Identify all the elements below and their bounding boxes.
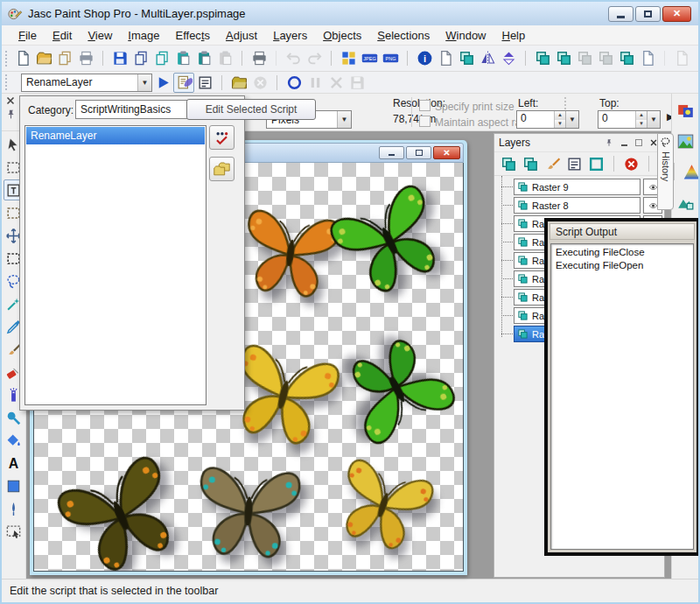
new-vector-layer[interactable] [553,48,574,68]
menu-item[interactable]: Adjust [218,26,265,45]
menu-item[interactable]: Image [120,26,167,45]
browse-images[interactable] [54,48,75,68]
overview-palette[interactable] [674,130,696,152]
flip-image[interactable] [498,48,519,68]
history-tab[interactable]: History [657,133,674,210]
left-spinner[interactable]: 0 ▲▼ ▼ [516,110,579,129]
script-list-item[interactable]: RenameLayer [26,127,205,144]
new-raster-layer[interactable] [532,48,553,68]
pin-icon[interactable] [603,137,615,149]
layer-row[interactable]: Raster 8 [514,197,662,214]
script-output-log[interactable]: Executing FileClose Executing FileOpen [550,243,694,550]
menu-item[interactable]: Effects [167,26,218,45]
undo[interactable] [283,48,304,68]
flood-fill-tool[interactable] [4,430,24,451]
pen-tool[interactable] [4,498,24,519]
pin-icon[interactable] [5,109,17,120]
chevron-down-icon[interactable]: ▼ [647,111,660,128]
resize[interactable] [338,48,359,68]
materials-palette[interactable] [674,99,696,122]
mirror-image[interactable] [477,48,498,68]
layer-tool-4[interactable] [595,48,616,68]
image-information[interactable] [414,48,435,68]
layers-palette-titlebar[interactable]: Layers [494,134,664,152]
specify-print-size-checkbox[interactable] [419,100,430,111]
duplicate-layer[interactable] [456,48,477,68]
color-swatch-palette[interactable] [681,160,700,183]
script-output-titlebar[interactable]: Script Output [550,223,695,240]
menu-item[interactable]: Edit [45,26,80,45]
layer-tool-3[interactable] [574,48,595,68]
paste-as-new-layer[interactable] [193,48,214,68]
new-mask-layer[interactable] [564,153,585,174]
cancel-script-recording[interactable] [326,73,346,93]
menu-item[interactable]: Objects [315,26,369,45]
delete-layer[interactable] [620,153,642,174]
script-selector[interactable]: RenameLayer ▼ [21,74,152,92]
png-export[interactable] [380,48,401,68]
menu-item[interactable]: View [80,26,120,45]
menu-item[interactable]: File [10,26,45,45]
minimize-icon[interactable] [618,137,630,149]
describe-script[interactable] [194,73,215,93]
menu-item[interactable]: Window [438,26,494,45]
text-tool[interactable] [4,453,24,474]
image-close-button[interactable]: ✕ [433,146,460,159]
close-button[interactable]: ✕ [662,6,691,22]
maximize-icon[interactable] [633,137,645,149]
script-output-window[interactable]: Script Output Executing FileClose Execut… [544,218,700,556]
maximize-button[interactable] [635,6,661,22]
close-palette-icon[interactable] [5,95,16,106]
twain-acquire[interactable] [75,48,96,68]
start-script-recording[interactable] [284,73,304,93]
toolbar-grip[interactable] [5,51,7,67]
copy-merged[interactable] [151,48,172,68]
edit-selected-script[interactable] [173,73,194,93]
save-script-recording[interactable] [346,73,368,93]
new-art-media-layer[interactable] [542,153,564,174]
object-selector-tool[interactable] [4,521,24,542]
new-raster-layer[interactable] [498,153,520,174]
layer-visibility[interactable] [616,48,637,68]
new-adjustment-layer[interactable] [585,153,607,174]
float-selection[interactable] [671,48,692,68]
spinner-arrows[interactable]: ▲▼ [635,111,647,128]
chevron-down-icon[interactable]: ▼ [337,111,351,128]
top-spinner[interactable]: 0 ▲▼ ▼ [598,110,661,129]
print[interactable] [248,48,270,68]
run-script[interactable] [228,73,249,93]
chevron-down-icon[interactable]: ▼ [137,74,151,91]
image-maximize-button[interactable] [406,146,431,159]
open-image[interactable] [33,48,54,68]
maintain-aspect-ratio-checkbox[interactable] [419,116,430,127]
minimize-button[interactable] [608,6,634,22]
layer-mask[interactable] [637,48,658,68]
new-vector-layer[interactable] [520,153,542,174]
image-minimize-button[interactable] [379,146,404,159]
run-selected-script[interactable] [152,73,173,93]
close-icon: ✕ [443,149,450,158]
edit-script-button[interactable] [209,125,234,150]
menu-item[interactable]: Selections [369,26,438,45]
toolbar-grip[interactable] [5,74,9,90]
copy[interactable] [130,48,151,68]
spinner-arrows[interactable]: ▲▼ [554,111,565,128]
menu-item[interactable]: Help [494,26,534,45]
preset-shapes-tool[interactable] [4,475,24,496]
new-image[interactable] [12,48,33,68]
pause-script-recording[interactable] [304,73,326,93]
chevron-down-icon[interactable]: ▼ [565,111,578,128]
stop-script[interactable] [249,73,270,93]
script-list[interactable]: RenameLayer [24,125,206,405]
save-image[interactable] [109,48,130,68]
layers-palette-toggle[interactable] [674,191,696,214]
browse-categories-button[interactable] [209,157,234,181]
paste-as-new-selection[interactable] [214,48,235,68]
duplicate-image[interactable] [435,48,456,68]
paste-as-new-image[interactable] [172,48,193,68]
layer-row[interactable]: Raster 9 [514,179,662,195]
jpeg-export[interactable] [359,48,380,68]
maximize-icon [416,150,423,156]
menu-item[interactable]: Layers [265,26,315,45]
redo[interactable] [304,48,325,68]
